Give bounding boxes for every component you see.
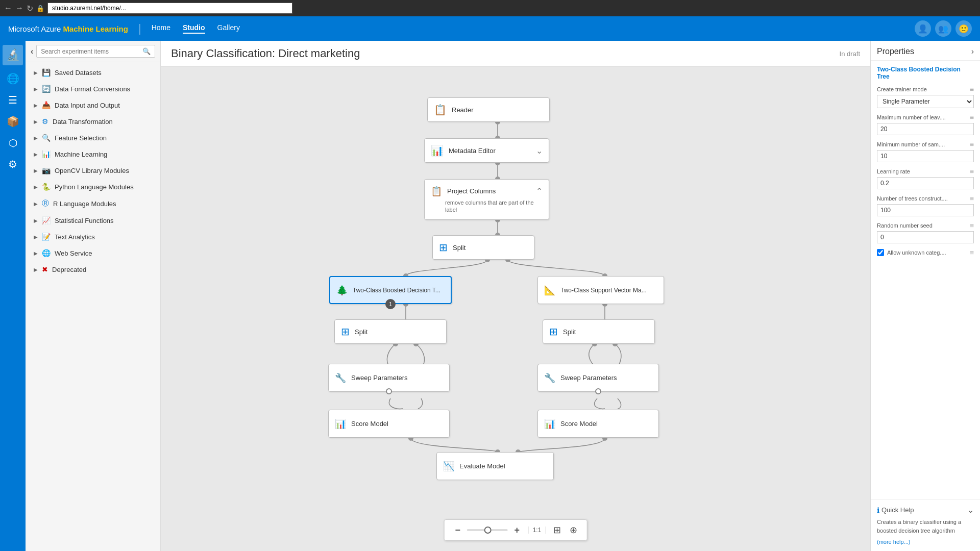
reader-icon: 📋 — [434, 104, 447, 116]
project-columns-collapse-icon[interactable]: ⌃ — [536, 186, 543, 196]
sidebar-item-r-language[interactable]: ▶ Ⓡ R Language Modules — [26, 195, 160, 212]
draft-badge: In draft — [840, 50, 860, 58]
feature-selection-icon: 🔍 — [42, 134, 51, 142]
arrow-icon: ▶ — [34, 103, 38, 108]
sidebar-item-data-transform[interactable]: ▶ ⚙ Data Transformation — [26, 113, 160, 130]
evaluate-node[interactable]: 📉 Evaluate Model — [436, 452, 554, 480]
right-panel: Properties › Two-Class Boosted Decision … — [870, 41, 980, 551]
web-service-label: Web Service — [55, 249, 92, 257]
collapse-panel-btn[interactable]: ‹ — [31, 47, 33, 56]
sidebar-item-feature-selection[interactable]: ▶ 🔍 Feature Selection — [26, 130, 160, 146]
trainer-mode-select[interactable]: Single Parameter Parameter Range — [877, 95, 974, 108]
sidebar-item-python[interactable]: ▶ 🐍 Python Language Modules — [26, 179, 160, 195]
num-trees-input[interactable] — [877, 204, 974, 216]
web-service-icon: 🌐 — [42, 249, 51, 257]
score-left-node[interactable]: 📊 Score Model — [328, 410, 450, 438]
nav-studio[interactable]: Studio — [183, 23, 205, 34]
zoom-slider[interactable] — [467, 529, 508, 531]
zoom-in-btn[interactable]: + — [510, 523, 524, 537]
sidebar-item-opencv[interactable]: ▶ 📷 OpenCV Library Modules — [26, 162, 160, 179]
canvas-content[interactable]: 📋 Reader 📊 Metadata Editor ⌄ 📋 Project C… — [161, 67, 870, 551]
max-leaves-input[interactable] — [877, 123, 974, 135]
split-left-node[interactable]: ⊞ Split — [334, 319, 447, 344]
split-right-node[interactable]: ⊞ Split — [543, 319, 655, 344]
allow-unknown-checkbox[interactable] — [877, 249, 884, 256]
sidebar-item-text-analytics[interactable]: ▶ 📝 Text Analytics — [26, 229, 160, 245]
arrow-icon: ▶ — [34, 152, 38, 157]
random-seed-input[interactable] — [877, 231, 974, 243]
allow-unknown-label: Allow unknown categ.... — [887, 249, 967, 256]
metadata-editor-node[interactable]: 📊 Metadata Editor ⌄ — [424, 138, 549, 163]
prop-menu-icon-2[interactable]: ≡ — [970, 113, 974, 121]
sweep-left-icon: 🔧 — [335, 372, 346, 384]
arrow-icon: ▶ — [34, 251, 38, 256]
prop-menu-icon-7[interactable]: ≡ — [970, 248, 974, 257]
prop-menu-icon-5[interactable]: ≡ — [970, 194, 974, 203]
nav-home[interactable]: Home — [152, 23, 170, 34]
sidebar-item-statistical[interactable]: ▶ 📈 Statistical Functions — [26, 212, 160, 229]
center-icon-btn[interactable]: ⊕ — [566, 523, 580, 537]
prop-section-title[interactable]: Two-Class Boosted Decision Tree — [877, 66, 974, 80]
arrow-icon: ▶ — [34, 218, 38, 223]
sidebar-item-saved-datasets[interactable]: ▶ 💾 Saved Datasets — [26, 64, 160, 81]
sidebar-icon-globe[interactable]: 🌐 — [3, 68, 23, 89]
evaluate-label: Evaluate Model — [459, 462, 505, 470]
quick-help-collapse-icon[interactable]: ⌄ — [967, 505, 974, 515]
right-panel-collapse-btn[interactable]: › — [971, 47, 974, 56]
svm-icon: 📐 — [544, 285, 555, 296]
tree-icon: 🌲 — [336, 285, 348, 296]
score-left-label: Score Model — [351, 420, 388, 428]
sidebar-icon-box[interactable]: 📦 — [3, 111, 23, 132]
refresh-btn[interactable]: ↻ — [27, 4, 33, 13]
sidebar-icon-experiment[interactable]: 🔬 — [3, 45, 23, 65]
prop-menu-icon-6[interactable]: ≡ — [970, 221, 974, 230]
two-class-svm-node[interactable]: 📐 Two-Class Support Vector Ma... — [537, 276, 664, 304]
prop-menu-icon-3[interactable]: ≡ — [970, 140, 974, 148]
score-right-node[interactable]: 📊 Score Model — [537, 410, 659, 438]
fit-icon-btn[interactable]: ⊞ — [550, 523, 564, 537]
forward-btn[interactable]: → — [15, 4, 23, 13]
address-bar[interactable] — [47, 3, 292, 14]
sidebar-icon-list[interactable]: ☰ — [3, 90, 23, 110]
prop-menu-icon-4[interactable]: ≡ — [970, 167, 974, 176]
sweep-left-slider — [386, 388, 392, 394]
nav-gallery[interactable]: Gallery — [217, 23, 240, 34]
azure-brand: Microsoft Azure Machine Learning — [8, 24, 128, 33]
search-input[interactable] — [41, 48, 142, 55]
sweep-left-node[interactable]: 🔧 Sweep Parameters — [328, 364, 450, 392]
quick-help-link[interactable]: (more help...) — [877, 539, 910, 545]
back-btn[interactable]: ← — [4, 4, 12, 13]
min-samples-input[interactable] — [877, 150, 974, 162]
reader-node[interactable]: 📋 Reader — [427, 97, 550, 122]
zoom-slider-thumb — [484, 527, 492, 534]
sidebar-item-data-input[interactable]: ▶ 📥 Data Input and Output — [26, 97, 160, 113]
zoom-level-btn[interactable]: 1:1 — [528, 527, 546, 534]
saved-datasets-icon: 💾 — [42, 68, 51, 77]
quick-help-title: ℹ Quick Help — [877, 506, 914, 514]
prop-min-samples-label: Minimum number of sam.... ≡ — [877, 140, 974, 148]
arrow-icon: ▶ — [34, 119, 38, 124]
users-icon[interactable]: 👥 — [935, 20, 951, 37]
split-left-label: Split — [355, 328, 368, 336]
sidebar-item-deprecated[interactable]: ▶ ✖ Deprecated — [26, 261, 160, 278]
prop-learning-rate-label: Learning rate ≡ — [877, 167, 974, 176]
python-icon: 🐍 — [42, 183, 51, 191]
user-profile-icon[interactable]: 👤 — [915, 20, 931, 37]
sidebar-item-web-service[interactable]: ▶ 🌐 Web Service — [26, 245, 160, 261]
sidebar-icon-cube[interactable]: ⬡ — [3, 133, 23, 153]
sidebar-icon-settings[interactable]: ⚙ — [3, 154, 23, 174]
prop-menu-icon-1[interactable]: ≡ — [970, 85, 974, 93]
two-class-tree-node[interactable]: 🌲 Two-Class Boosted Decision T... 1 — [329, 276, 452, 304]
sidebar-item-data-format[interactable]: ▶ 🔄 Data Format Conversions — [26, 81, 160, 97]
sweep-right-node[interactable]: 🔧 Sweep Parameters — [537, 364, 659, 392]
account-icon[interactable]: 🙂 — [955, 20, 972, 37]
sidebar-item-machine-learning[interactable]: ▶ 📊 Machine Learning — [26, 146, 160, 162]
split-icon: ⊞ — [439, 241, 448, 254]
split-node[interactable]: ⊞ Split — [432, 235, 534, 260]
metadata-expand-icon[interactable]: ⌄ — [536, 146, 543, 156]
learning-rate-input[interactable] — [877, 177, 974, 189]
project-columns-node[interactable]: 📋 Project Columns ⌃ remove columns that … — [424, 179, 549, 220]
score-left-icon: 📊 — [335, 418, 346, 430]
allow-unknown-row: Allow unknown categ.... ≡ — [877, 248, 974, 257]
zoom-out-btn[interactable]: − — [451, 523, 465, 537]
